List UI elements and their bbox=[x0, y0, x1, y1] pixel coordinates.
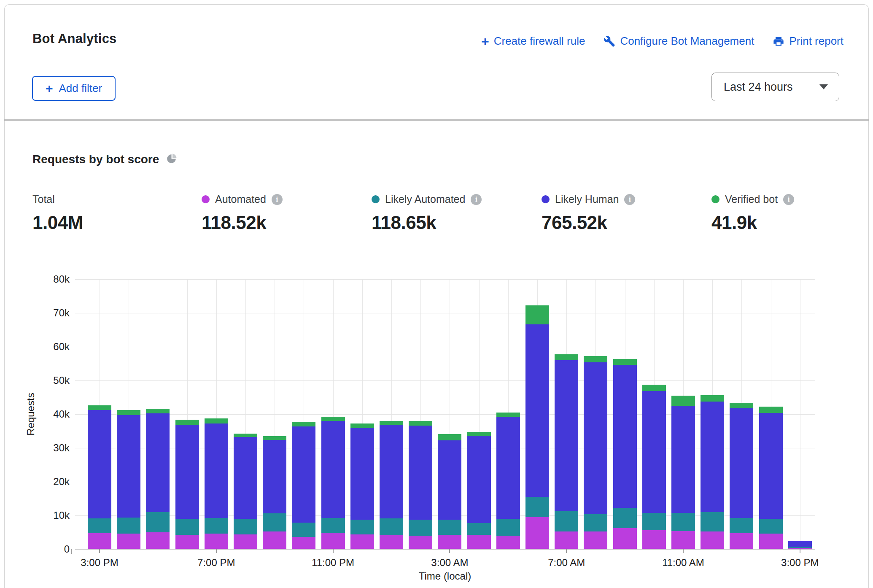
bar-segment-likely-automated[interactable] bbox=[467, 523, 491, 535]
bar-segment-automated[interactable] bbox=[88, 533, 111, 549]
bar-segment-likely-automated[interactable] bbox=[671, 513, 695, 531]
bar-segment-likely-human[interactable] bbox=[467, 436, 491, 523]
bar-segment-verified-bot[interactable] bbox=[263, 436, 286, 440]
bar-segment-likely-automated[interactable] bbox=[88, 518, 111, 533]
bar-segment-likely-automated[interactable] bbox=[292, 523, 315, 537]
bar-segment-verified-bot[interactable] bbox=[671, 396, 695, 406]
bar-segment-likely-automated[interactable] bbox=[409, 520, 432, 536]
bar-segment-likely-human[interactable] bbox=[555, 360, 578, 511]
bar-segment-verified-bot[interactable] bbox=[321, 417, 345, 421]
bar-segment-automated[interactable] bbox=[467, 535, 491, 549]
bar-segment-likely-human[interactable] bbox=[409, 426, 432, 519]
bar-segment-verified-bot[interactable] bbox=[730, 403, 753, 409]
bar-segment-automated[interactable] bbox=[292, 537, 315, 549]
bar-segment-likely-human[interactable] bbox=[146, 413, 170, 512]
bar-segment-automated[interactable] bbox=[730, 533, 753, 549]
bar-segment-verified-bot[interactable] bbox=[88, 405, 111, 410]
bar-segment-likely-human[interactable] bbox=[292, 426, 315, 523]
bar-segment-likely-human[interactable] bbox=[205, 423, 228, 518]
bar-segment-automated[interactable] bbox=[701, 531, 724, 549]
bar-segment-verified-bot[interactable] bbox=[380, 421, 403, 425]
bar-segment-verified-bot[interactable] bbox=[788, 541, 812, 541]
bar-segment-likely-human[interactable] bbox=[584, 362, 607, 514]
bar-segment-verified-bot[interactable] bbox=[438, 434, 461, 440]
bar-segment-verified-bot[interactable] bbox=[175, 420, 199, 425]
bar-segment-automated[interactable] bbox=[117, 534, 140, 549]
bar-segment-automated[interactable] bbox=[146, 532, 170, 549]
bar-segment-likely-automated[interactable] bbox=[380, 518, 403, 535]
bar-segment-likely-human[interactable] bbox=[525, 324, 549, 497]
bar-segment-likely-human[interactable] bbox=[88, 410, 111, 518]
bar-segment-verified-bot[interactable] bbox=[525, 305, 549, 324]
bar-segment-verified-bot[interactable] bbox=[205, 418, 228, 423]
bar-segment-automated[interactable] bbox=[175, 535, 199, 549]
bar-segment-verified-bot[interactable] bbox=[467, 432, 491, 436]
bar-segment-likely-automated[interactable] bbox=[613, 508, 637, 528]
bar-segment-likely-human[interactable] bbox=[321, 421, 345, 518]
bar-segment-verified-bot[interactable] bbox=[146, 409, 170, 413]
bar-segment-likely-automated[interactable] bbox=[759, 519, 783, 534]
bar-segment-automated[interactable] bbox=[350, 534, 374, 549]
bar-segment-verified-bot[interactable] bbox=[234, 434, 257, 437]
bar-segment-likely-human[interactable] bbox=[671, 406, 695, 513]
bar-segment-verified-bot[interactable] bbox=[759, 407, 783, 413]
bar-segment-automated[interactable] bbox=[205, 534, 228, 549]
bar-segment-likely-automated[interactable] bbox=[730, 518, 753, 533]
bar-segment-likely-human[interactable] bbox=[788, 541, 812, 547]
bar-segment-verified-bot[interactable] bbox=[613, 359, 637, 365]
bar-segment-likely-human[interactable] bbox=[642, 391, 666, 513]
bar-segment-likely-automated[interactable] bbox=[496, 519, 520, 536]
bar-segment-verified-bot[interactable] bbox=[350, 423, 374, 428]
bar-segment-likely-human[interactable] bbox=[263, 440, 286, 513]
bar-segment-likely-automated[interactable] bbox=[117, 518, 140, 534]
bar-segment-automated[interactable] bbox=[584, 531, 607, 549]
bar-segment-likely-automated[interactable] bbox=[642, 513, 666, 530]
bar-segment-automated[interactable] bbox=[613, 528, 637, 549]
bar-segment-likely-automated[interactable] bbox=[584, 514, 607, 532]
bar-segment-likely-automated[interactable] bbox=[525, 497, 549, 517]
bar-segment-likely-automated[interactable] bbox=[321, 518, 345, 533]
bar-segment-automated[interactable] bbox=[555, 531, 578, 549]
bar-segment-likely-human[interactable] bbox=[175, 425, 199, 519]
bar-segment-likely-human[interactable] bbox=[701, 402, 724, 512]
bar-segment-automated[interactable] bbox=[496, 536, 520, 549]
bar-segment-verified-bot[interactable] bbox=[496, 413, 520, 417]
bar-segment-likely-human[interactable] bbox=[438, 440, 461, 520]
bar-segment-likely-automated[interactable] bbox=[263, 513, 286, 531]
bar-segment-automated[interactable] bbox=[234, 534, 257, 549]
bar-segment-automated[interactable] bbox=[759, 534, 783, 549]
x-tick-mark bbox=[333, 549, 334, 553]
bar-segment-automated[interactable] bbox=[321, 533, 345, 549]
bar-segment-likely-human[interactable] bbox=[496, 417, 520, 519]
bar-segment-likely-automated[interactable] bbox=[175, 519, 199, 535]
bar-segment-likely-automated[interactable] bbox=[555, 511, 578, 531]
bar-segment-likely-human[interactable] bbox=[234, 437, 257, 519]
bar-segment-likely-human[interactable] bbox=[759, 413, 783, 519]
bar-segment-likely-human[interactable] bbox=[350, 428, 374, 520]
bar-segment-likely-automated[interactable] bbox=[205, 518, 228, 534]
bar-segment-automated[interactable] bbox=[438, 535, 461, 549]
bar-segment-verified-bot[interactable] bbox=[292, 422, 315, 426]
bar-segment-verified-bot[interactable] bbox=[409, 421, 432, 426]
bar-segment-verified-bot[interactable] bbox=[117, 410, 140, 415]
bar-segment-automated[interactable] bbox=[525, 517, 549, 549]
bar-segment-automated[interactable] bbox=[263, 531, 286, 549]
bar-segment-verified-bot[interactable] bbox=[584, 356, 607, 362]
bar-segment-automated[interactable] bbox=[642, 530, 666, 549]
bar-segment-likely-human[interactable] bbox=[117, 415, 140, 518]
bar-segment-automated[interactable] bbox=[380, 535, 403, 549]
bar-segment-automated[interactable] bbox=[671, 531, 695, 549]
bar-segment-likely-human[interactable] bbox=[613, 365, 637, 508]
bar-segment-likely-automated[interactable] bbox=[146, 512, 170, 532]
bar-segment-likely-automated[interactable] bbox=[788, 547, 812, 548]
bar-segment-likely-automated[interactable] bbox=[234, 519, 257, 534]
bar-segment-verified-bot[interactable] bbox=[701, 395, 724, 401]
bar-segment-likely-human[interactable] bbox=[730, 408, 753, 518]
bar-segment-likely-automated[interactable] bbox=[350, 520, 374, 534]
bar-segment-verified-bot[interactable] bbox=[555, 354, 578, 360]
bar-segment-likely-automated[interactable] bbox=[701, 512, 724, 531]
bar-segment-likely-automated[interactable] bbox=[438, 520, 461, 535]
bar-segment-automated[interactable] bbox=[409, 536, 432, 549]
bar-segment-likely-human[interactable] bbox=[380, 425, 403, 518]
bar-segment-verified-bot[interactable] bbox=[642, 385, 666, 391]
